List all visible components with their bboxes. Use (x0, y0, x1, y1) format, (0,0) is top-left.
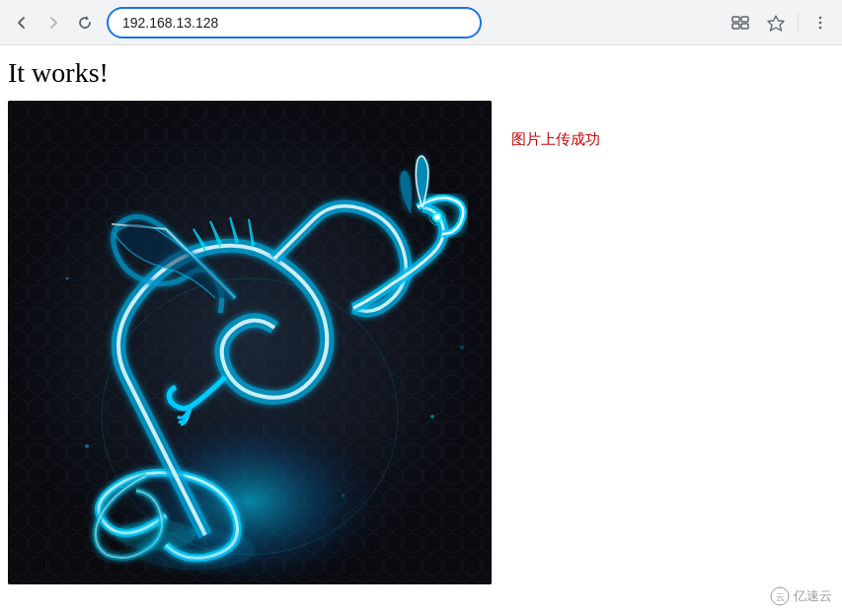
svg-point-14 (434, 214, 440, 220)
dragon-svg (8, 101, 492, 584)
svg-text:云: 云 (776, 592, 785, 602)
reload-icon (77, 15, 93, 31)
nav-buttons (8, 9, 99, 37)
dragon-image (8, 101, 492, 584)
address-bar-wrapper: 192.168.13.128 (107, 7, 719, 38)
forward-icon (45, 15, 61, 31)
reload-button[interactable] (71, 9, 99, 37)
menu-button[interactable] (806, 9, 834, 37)
page-title: It works! (8, 57, 834, 89)
bookmark-icon (767, 14, 785, 32)
toolbar-divider (798, 13, 799, 33)
svg-point-20 (430, 415, 434, 419)
svg-point-22 (460, 346, 464, 349)
back-icon (14, 15, 30, 31)
menu-icon (811, 14, 829, 32)
svg-rect-1 (732, 17, 739, 22)
watermark: 云 亿速云 (770, 586, 832, 606)
watermark-icon: 云 (770, 586, 790, 606)
upload-success-message: 图片上传成功 (511, 130, 600, 149)
svg-marker-0 (86, 16, 89, 21)
browser-toolbar: 192.168.13.128 (0, 0, 842, 45)
svg-rect-3 (732, 24, 739, 29)
watermark-text: 亿速云 (794, 587, 832, 605)
svg-rect-2 (741, 17, 748, 22)
tab-overview-icon (731, 14, 749, 32)
svg-point-7 (819, 26, 822, 29)
address-bar[interactable]: 192.168.13.128 (107, 7, 482, 38)
svg-rect-4 (741, 24, 748, 29)
svg-point-18 (85, 444, 89, 448)
svg-point-19 (343, 495, 345, 498)
page-content: It works! (0, 45, 842, 616)
svg-point-6 (819, 21, 822, 24)
forward-button[interactable] (39, 9, 67, 37)
svg-point-17 (116, 520, 195, 550)
back-button[interactable] (8, 9, 36, 37)
tab-overview-button[interactable] (727, 9, 754, 37)
browser-actions (727, 9, 834, 37)
svg-point-21 (66, 277, 69, 280)
svg-point-5 (819, 16, 822, 19)
bookmark-button[interactable] (762, 9, 790, 37)
content-area: 图片上传成功 (8, 101, 834, 584)
